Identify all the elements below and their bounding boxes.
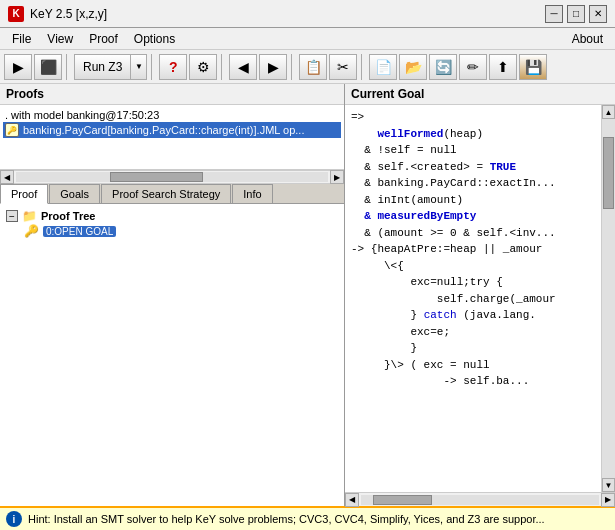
run-z3-group: Run Z3 ▼ — [74, 54, 147, 80]
code-line-13: } catch (java.lang. — [351, 307, 595, 324]
main-content: Proofs . with model banking@17:50:23 🔑 b… — [0, 84, 615, 506]
folder-icon: 📁 — [22, 209, 37, 223]
scroll-down-arrow[interactable]: ▼ — [602, 478, 615, 492]
code-line-4: & self.<created> = TRUE — [351, 159, 595, 176]
code-line-16: }\> ( exc = null — [351, 357, 595, 374]
proof-tree-node[interactable]: − 📁 Proof Tree — [4, 208, 340, 224]
code-line-5: & banking.PayCard::exactIn... — [351, 175, 595, 192]
separator-2 — [151, 54, 155, 80]
tab-proof[interactable]: Proof — [0, 184, 48, 204]
title-bar: K KeY 2.5 [x,z,y] ─ □ ✕ — [0, 0, 615, 28]
v-scrollbar[interactable]: ▲ ▼ — [601, 105, 615, 492]
proofs-scrollbar[interactable]: ◀ ▶ — [0, 170, 344, 184]
undo-button[interactable]: ◀ — [229, 54, 257, 80]
open-button[interactable]: 📂 — [399, 54, 427, 80]
close-button[interactable]: ✕ — [589, 5, 607, 23]
edit-button[interactable]: ✏ — [459, 54, 487, 80]
code-line-14: exc=e; — [351, 324, 595, 341]
code-content: => wellFormed(heap) & !self = null & sel… — [345, 105, 601, 492]
scroll-right-arrow[interactable]: ▶ — [330, 170, 344, 184]
tab-goals[interactable]: Goals — [49, 184, 100, 203]
proofs-content: . with model banking@17:50:23 🔑 banking.… — [0, 105, 344, 170]
upload-button[interactable]: ⬆ — [489, 54, 517, 80]
bottom-scrollbar[interactable]: ◀ ▶ — [345, 492, 615, 506]
v-scroll-thumb — [603, 137, 614, 209]
code-h-track — [361, 495, 599, 505]
proofs-header: Proofs — [0, 84, 344, 105]
toolbar: ▶ ⬛ Run Z3 ▼ ? ⚙ ◀ ▶ 📋 ✂ 📄 📂 🔄 ✏ ⬆ 💾 — [0, 50, 615, 84]
proof-tree-content: − 📁 Proof Tree 🔑 0:OPEN GOAL — [0, 204, 344, 506]
proof-entry-1[interactable]: . with model banking@17:50:23 — [3, 108, 341, 122]
code-line-9: -> {heapAtPre:=heap || _amour — [351, 241, 595, 258]
left-panel: Proofs . with model banking@17:50:23 🔑 b… — [0, 84, 345, 506]
current-goal-header: Current Goal — [345, 84, 615, 105]
stop-button[interactable]: ⬛ — [34, 54, 62, 80]
code-line-7: & measuredByEmpty — [351, 208, 595, 225]
scroll-up-arrow[interactable]: ▲ — [602, 105, 615, 119]
current-goal-title: Current Goal — [351, 87, 424, 101]
proof-text-2: banking.PayCard[banking.PayCard::charge(… — [23, 124, 304, 136]
code-line-17: -> self.ba... — [351, 373, 595, 390]
save-button[interactable]: 💾 — [519, 54, 547, 80]
wellformed-kw: wellFormed — [377, 126, 443, 143]
maximize-button[interactable]: □ — [567, 5, 585, 23]
tree-child-node[interactable]: 🔑 0:OPEN GOAL — [24, 224, 340, 238]
code-scroll-left[interactable]: ◀ — [345, 493, 359, 507]
redo-button[interactable]: ▶ — [259, 54, 287, 80]
scroll-thumb — [110, 172, 204, 182]
proof-entry-2[interactable]: 🔑 banking.PayCard[banking.PayCard::charg… — [3, 122, 341, 138]
separator-4 — [291, 54, 295, 80]
implication-op: => — [351, 109, 364, 126]
code-line-11: exc=null;try { — [351, 274, 595, 291]
run-z3-dropdown[interactable]: ▼ — [130, 55, 146, 79]
tab-info[interactable]: Info — [232, 184, 272, 203]
code-area: => wellFormed(heap) & !self = null & sel… — [345, 105, 615, 492]
cut-button[interactable]: ✂ — [329, 54, 357, 80]
copy-button[interactable]: 📋 — [299, 54, 327, 80]
scroll-left-arrow[interactable]: ◀ — [0, 170, 14, 184]
separator-3 — [221, 54, 225, 80]
open-goal-badge: 0:OPEN GOAL — [43, 226, 116, 237]
menu-bar: File View Proof Options About — [0, 28, 615, 50]
code-line-12: self.charge(_amour — [351, 291, 595, 308]
play-button[interactable]: ▶ — [4, 54, 32, 80]
goal-icon: 🔑 — [24, 224, 39, 238]
code-line-3: & !self = null — [351, 142, 595, 159]
tab-proof-search-strategy[interactable]: Proof Search Strategy — [101, 184, 231, 203]
code-scroll-right[interactable]: ▶ — [601, 493, 615, 507]
code-line-6: & inInt(amount) — [351, 192, 595, 209]
tree-expand-icon[interactable]: − — [6, 210, 18, 222]
separator-5 — [361, 54, 365, 80]
tabs-bar: Proof Goals Proof Search Strategy Info — [0, 184, 344, 204]
status-text: Hint: Install an SMT solver to help KeY … — [28, 513, 545, 525]
code-line-8: & (amount >= 0 & self.<inv... — [351, 225, 595, 242]
proof-tree-label: Proof Tree — [41, 210, 95, 222]
doc-button[interactable]: 📄 — [369, 54, 397, 80]
help-button[interactable]: ? — [159, 54, 187, 80]
right-panel: Current Goal => wellFormed(heap) & !self… — [345, 84, 615, 506]
menu-file[interactable]: File — [4, 30, 39, 48]
code-line-10: \<{ — [351, 258, 595, 275]
v-scroll-track — [602, 119, 615, 478]
code-line-1: => — [351, 109, 595, 126]
menu-options[interactable]: Options — [126, 30, 183, 48]
proof-text-1: . with model banking@17:50:23 — [5, 109, 159, 121]
app-icon: K — [8, 6, 24, 22]
proof-icon-2: 🔑 — [5, 123, 19, 137]
code-line-15: } — [351, 340, 595, 357]
code-line-2: wellFormed(heap) — [351, 126, 595, 143]
scroll-track — [16, 172, 328, 182]
code-h-thumb — [373, 495, 433, 505]
status-bar: i Hint: Install an SMT solver to help Ke… — [0, 506, 615, 530]
status-icon: i — [6, 511, 22, 527]
run-z3-button[interactable]: Run Z3 — [75, 55, 130, 79]
separator-1 — [66, 54, 70, 80]
settings-button[interactable]: ⚙ — [189, 54, 217, 80]
minimize-button[interactable]: ─ — [545, 5, 563, 23]
menu-view[interactable]: View — [39, 30, 81, 48]
refresh-button[interactable]: 🔄 — [429, 54, 457, 80]
window-title: KeY 2.5 [x,z,y] — [30, 7, 107, 21]
menu-about[interactable]: About — [564, 30, 611, 48]
menu-proof[interactable]: Proof — [81, 30, 126, 48]
